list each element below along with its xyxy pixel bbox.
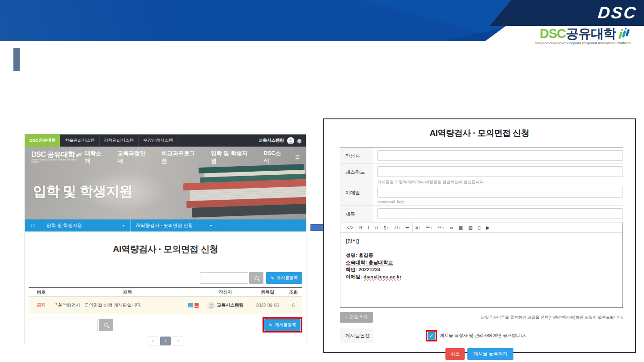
topbar-tab-career[interactable]: 경력관리시스템	[100, 135, 139, 147]
notification-bell-icon[interactable]	[297, 139, 301, 143]
bold-icon[interactable]: B	[356, 223, 365, 232]
register-post-button-top[interactable]: ✎ 게시물등록	[266, 272, 302, 284]
hamburger-menu-icon[interactable]: ≡	[295, 153, 300, 162]
column-date: 등록일	[250, 289, 284, 295]
banner-sheen	[0, 0, 313, 41]
nav-item-extracurricular[interactable]: 비교과프로그램	[161, 150, 200, 165]
board-search-button[interactable]	[249, 272, 263, 284]
color-icon[interactable]: ✒	[403, 223, 412, 232]
breadcrumb-item-ai-test[interactable]: AI역량검사 · 모의면접 신청 ▼	[131, 219, 218, 232]
editor-line: [양식]	[346, 237, 617, 244]
editor-line: 성명: 홍길동	[346, 252, 617, 259]
unordered-list-icon[interactable]: ☷▾	[435, 223, 446, 232]
topbar-tab-enroll[interactable]: 수강신청시스템	[139, 135, 178, 147]
editor-line-blank	[346, 244, 617, 252]
subject-input[interactable]	[377, 208, 623, 219]
file-attachment-icon	[195, 303, 199, 308]
table-icon[interactable]: ▦	[456, 223, 466, 232]
column-author: 작성자	[200, 289, 250, 295]
site-logo[interactable]: DSC공유대학 Daejeon-Sejong-Chungnam Regional…	[31, 151, 85, 163]
nav-item-about[interactable]: 대학소개	[85, 150, 107, 165]
private-post-checkbox[interactable]: ✓	[428, 332, 435, 340]
site-logo-tagline: Daejeon-Sejong-Chungnam Regional Innovat…	[31, 159, 85, 163]
file-help-text: 파일추가버튼을 클릭하여 파일을 선택(다중선택가능)하면 파일이 업로드됩니다…	[481, 315, 623, 320]
author-field-label: 작성자	[340, 147, 373, 163]
dsc-people-icon	[618, 28, 631, 40]
editor-content[interactable]: [양식] 성명: 홍길동 소속대학: 충남대학교 학번: 20221234 이메…	[340, 233, 623, 307]
nav-item-curriculum[interactable]: 교육과정안내	[118, 150, 151, 165]
form-actions: 취소 게시물 등록하기	[324, 348, 635, 360]
email-input[interactable]	[377, 187, 623, 198]
table-row-notice[interactable]: 공지 * AI역량검사 · 모의면접 신청 게시판입니다. 교육시스템팀 202…	[29, 297, 302, 314]
hero-section: DSC공유대학 Daejeon-Sejong-Chungnam Regional…	[25, 147, 306, 219]
register-post-label: 게시물등록	[277, 275, 298, 281]
ordered-list-icon[interactable]: ☰▾	[423, 223, 435, 232]
code-view-icon[interactable]: </>	[344, 223, 356, 232]
logo-text-kr: 공유대학	[566, 27, 616, 40]
password-input[interactable]	[377, 166, 623, 177]
site-logo-icon	[76, 152, 81, 158]
nav-item-news[interactable]: DSC소식	[263, 150, 286, 165]
chevron-down-icon: ▾	[431, 226, 432, 229]
add-file-label: 파일추가	[350, 314, 368, 320]
breadcrumb-home[interactable]: H	[25, 219, 41, 232]
chevron-down-icon: ▾	[419, 226, 420, 229]
add-file-button[interactable]: ↑ 파일추가	[340, 312, 373, 323]
hero-title: 입학 및 학생지원	[33, 182, 132, 201]
author-avatar	[208, 302, 215, 309]
breadcrumb-item-admission[interactable]: 입학 및 학생지원 ▼	[41, 219, 131, 232]
rich-text-editor: </>BIU¶▾Tt▾✒≡▾☰▾☷▾∞▦▨▯▶ [양식] 성명: 홍길동 소속대…	[340, 223, 623, 308]
pagination-page-1[interactable]: 1	[160, 337, 171, 345]
italic-icon[interactable]: I	[365, 223, 372, 232]
logo-tagline: Daejeon-Sejong-Chungnam Regional Innovat…	[534, 41, 631, 45]
nav-item-admission[interactable]: 입학 및 학생지원	[211, 150, 253, 165]
pagination: « 1 »	[29, 337, 302, 345]
link-icon[interactable]: ∞	[447, 223, 456, 232]
board-search-button-bottom[interactable]	[99, 319, 113, 331]
editor-line: 학번: 20221234	[346, 266, 617, 273]
user-name: 교육시스템팀	[258, 138, 284, 143]
editor-email-prefix: 이메일:	[346, 274, 364, 279]
post-author: 교육시스템팀	[217, 302, 244, 308]
site-logo-kr: 공유대학	[47, 151, 75, 158]
pagination-prev[interactable]: «	[148, 337, 158, 345]
annotation-highlight-checkbox: ✓	[426, 330, 437, 341]
dsc-wordmark: DSC	[597, 4, 638, 22]
board-bottom-row: ✎ 게시물등록	[29, 317, 302, 333]
logo-text-dsc: DSC	[540, 27, 566, 40]
cancel-button[interactable]: 취소	[445, 348, 465, 360]
author-input[interactable]	[377, 150, 623, 161]
underline-icon[interactable]: U	[372, 223, 381, 232]
editor-line: 소속대학: 충남대학교	[346, 259, 617, 266]
accent-rectangle	[13, 48, 20, 71]
notice-badge: 공지	[37, 303, 46, 307]
form-title: AI역량검사 · 모의면접 신청	[324, 127, 635, 139]
post-views: 6	[284, 303, 302, 308]
register-post-button-bottom[interactable]: ✎ 게시물등록	[264, 319, 301, 331]
font-size-icon[interactable]: Tt▾	[391, 223, 402, 232]
column-views: 조회	[284, 289, 302, 295]
file-icon[interactable]: ▯	[475, 223, 483, 232]
board-search-row: ✎ 게시물등록	[29, 272, 302, 284]
user-avatar[interactable]	[287, 137, 294, 144]
email-help-text: text/email_help	[377, 200, 623, 204]
topbar-tab-lms[interactable]: 학습관리시스템	[60, 135, 100, 147]
submit-post-button[interactable]: 게시물 등록하기	[467, 348, 513, 360]
search-icon	[254, 276, 258, 280]
image-icon[interactable]: ▨	[466, 223, 475, 232]
upload-icon: ↑	[345, 315, 347, 320]
video-icon[interactable]: ▶	[483, 223, 492, 232]
board-search-input[interactable]	[200, 272, 248, 284]
pagination-next[interactable]: »	[173, 337, 183, 345]
paragraph-icon[interactable]: ¶▾	[381, 223, 391, 232]
align-icon[interactable]: ≡▾	[412, 223, 423, 232]
column-no: 번호	[29, 289, 55, 295]
board-search-input-bottom[interactable]	[29, 319, 98, 331]
topbar-tab-dsc[interactable]: DSC공유대학	[25, 135, 60, 147]
chevron-down-icon: ▾	[399, 226, 400, 229]
chevron-down-icon: ▼	[122, 224, 125, 227]
main-navigation: 대학소개 교육과정안내 비교과프로그램 입학 및 학생지원 DSC소식	[85, 150, 286, 165]
post-title[interactable]: * AI역량검사 · 모의면접 신청 게시판입니다.	[55, 302, 142, 308]
board-screenshot-panel: DSC공유대학 학습관리시스템 경력관리시스템 수강신청시스템 교육시스템팀 D…	[25, 134, 306, 343]
site-logo-dsc: DSC	[31, 151, 46, 158]
